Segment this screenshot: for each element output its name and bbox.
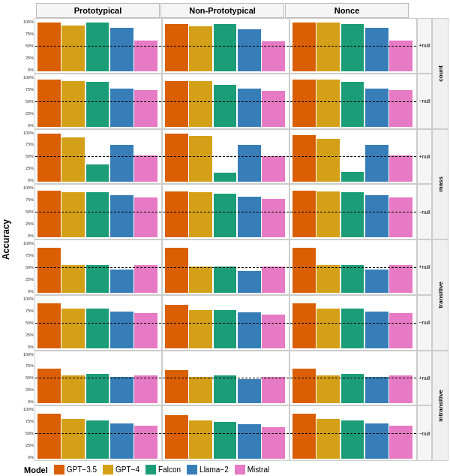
bar-r5-c0-m3 <box>110 312 134 348</box>
legend-item-gpt35: GPT−3.5 <box>54 465 97 474</box>
legend-label-gpt4: GPT−4 <box>116 465 140 474</box>
bar-r5-c1-m2 <box>214 310 237 348</box>
cell-r1-c0 <box>34 74 162 129</box>
cell-r2-c1 <box>162 129 290 185</box>
bar-r6-c0-m1 <box>62 375 85 403</box>
bar-r1-c0-m1 <box>62 81 85 127</box>
bar-r7-c2-m3 <box>365 423 388 459</box>
ytick-100%: 100% <box>13 297 34 301</box>
bar-r4-c0-m0 <box>38 248 61 293</box>
ytick-50%: 50% <box>13 99 34 104</box>
bar-r5-c2-m3 <box>365 312 388 348</box>
null-label-g1-n1: −null <box>417 184 432 240</box>
bar-r3-c0-m1 <box>62 192 85 237</box>
bar-r3-c2-m1 <box>316 191 340 237</box>
cell-r2-c0 <box>34 129 162 185</box>
dashed-line-r5-c2 <box>290 323 416 324</box>
dashed-line-r4-c2 <box>290 267 416 268</box>
bar-r4-c2-m1 <box>316 265 340 293</box>
bar-r2-c1-m4 <box>262 156 285 182</box>
plot-row-5: 100%75%50%25%0% <box>12 295 417 351</box>
bar-r6-c0-m0 <box>38 369 61 403</box>
bar-r4-c0-m1 <box>62 265 85 293</box>
ytick-75%: 75% <box>13 32 34 36</box>
legend-label-falcon: Falcon <box>158 465 181 474</box>
bar-r7-c1-m2 <box>214 422 237 459</box>
bar-r5-c0-m1 <box>62 309 85 348</box>
legend-item-mistral: Mistral <box>235 465 269 474</box>
bar-r4-c2-m4 <box>389 265 412 293</box>
bar-r4-c1-m1 <box>189 267 212 293</box>
dashed-line-r7-c2 <box>290 433 416 434</box>
ytick-0%: 0% <box>13 178 34 182</box>
bar-r1-c1-m1 <box>189 81 212 127</box>
cell-r0-c2 <box>290 18 417 74</box>
dashed-line-r6-c0 <box>35 378 161 378</box>
bar-r1-c1-m2 <box>214 85 237 127</box>
ytick-25%: 25% <box>13 387 34 392</box>
ytick-75%: 75% <box>13 87 34 92</box>
dashed-line-r2-c0 <box>35 156 161 157</box>
legend-swatch-mistral <box>235 465 245 474</box>
bar-r4-c0-m2 <box>86 265 110 293</box>
bar-r0-c2-m1 <box>316 23 340 71</box>
bar-r7-c2-m1 <box>316 419 340 459</box>
bar-r3-c2-m0 <box>292 191 316 237</box>
bar-r5-c2-m1 <box>316 309 340 348</box>
bar-r2-c0-m3 <box>110 145 134 182</box>
plot-row-6: 100%75%50%25%0% <box>12 351 417 406</box>
bar-r4-c1-m3 <box>238 271 261 292</box>
bar-r6-c1-m1 <box>189 377 212 403</box>
bar-r7-c1-m3 <box>238 424 261 459</box>
dashed-line-r7-c0 <box>35 433 161 434</box>
ytick-0%: 0% <box>13 345 34 349</box>
bar-r3-c0-m4 <box>134 197 158 237</box>
ytick-25%: 25% <box>13 333 34 337</box>
cell-r3-c1 <box>162 184 290 240</box>
bar-r0-c2-m0 <box>292 23 316 71</box>
bar-r6-c0-m4 <box>134 375 158 403</box>
cell-r4-c0 <box>34 240 162 295</box>
ytick-100%: 100% <box>13 185 34 190</box>
cell-r7-c1 <box>162 405 290 461</box>
bar-r4-c2-m0 <box>292 248 316 293</box>
bar-r0-c1-m3 <box>238 29 261 71</box>
cell-r5-c2 <box>290 295 417 351</box>
legend-item-llama2: Llama−2 <box>187 465 229 474</box>
bar-r5-c1-m3 <box>238 312 261 348</box>
group-label-intransitive: intransitive <box>432 351 448 462</box>
ytick-0%: 0% <box>13 68 34 72</box>
cell-r1-c1 <box>162 74 290 129</box>
bar-r7-c2-m4 <box>389 426 412 459</box>
dashed-line-r1-c2 <box>290 101 416 102</box>
ytick-0%: 0% <box>13 289 34 294</box>
bar-r6-c1-m3 <box>238 379 261 404</box>
plot-row-0: 100%75%50%25%0% <box>12 18 417 74</box>
bar-r1-c0-m3 <box>110 89 134 127</box>
bar-r0-c1-m1 <box>189 26 212 71</box>
dashed-line-r0-c0 <box>35 46 161 47</box>
bar-r4-c0-m3 <box>110 270 134 292</box>
bar-r1-c1-m3 <box>238 89 261 127</box>
ytick-50%: 50% <box>13 375 34 380</box>
null-label-g2-n1: −null <box>417 295 432 351</box>
bar-r7-c0-m3 <box>110 423 134 459</box>
dashed-line-r7-c1 <box>163 433 289 434</box>
ytick-25%: 25% <box>13 443 34 447</box>
bar-r6-c2-m1 <box>316 375 340 403</box>
ytick-100%: 100% <box>13 241 34 246</box>
bar-r1-c2-m2 <box>341 82 364 127</box>
ytick-0%: 0% <box>13 123 34 128</box>
legend-label-mistral: Mistral <box>248 465 269 474</box>
cell-r7-c0 <box>34 405 162 461</box>
dashed-line-r3-c1 <box>163 212 289 212</box>
bar-r3-c1-m4 <box>262 199 285 237</box>
bar-r1-c2-m4 <box>389 90 412 127</box>
bar-r3-c0-m3 <box>110 195 134 237</box>
bar-r1-c2-m1 <box>316 80 340 126</box>
dashed-line-r0-c2 <box>290 46 416 47</box>
null-label-g3-n0: +null <box>417 351 432 406</box>
ytick-0%: 0% <box>13 399 34 404</box>
y-axis-label: Accuracy <box>1 219 11 260</box>
bar-r3-c2-m3 <box>365 195 388 237</box>
